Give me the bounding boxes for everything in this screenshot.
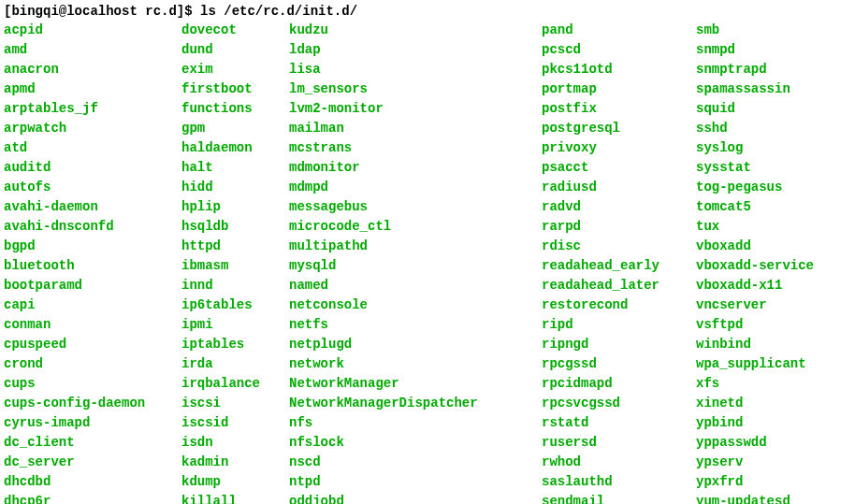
file-entry: rarpd	[542, 217, 696, 237]
file-entry: snmptrapd	[696, 60, 831, 79]
file-entry: mysqld	[289, 256, 542, 276]
file-entry: NetworkManagerDispatcher	[289, 394, 542, 413]
file-entry: rpcgssd	[542, 354, 696, 374]
file-entry: tog-pegasus	[696, 178, 831, 197]
file-entry: anacron	[4, 60, 181, 79]
file-entry: dc_client	[4, 433, 181, 453]
file-entry: nfslock	[289, 433, 542, 453]
file-entry: rpcidmapd	[542, 374, 696, 394]
file-entry: squid	[696, 99, 831, 119]
file-entry: cups-config-daemon	[4, 394, 181, 413]
file-entry: conman	[4, 315, 181, 335]
file-entry: rusersd	[542, 433, 696, 453]
file-entry: messagebus	[289, 197, 542, 217]
file-entry: postfix	[542, 99, 696, 119]
file-entry: netconsole	[289, 295, 542, 315]
file-entry: sysstat	[696, 158, 831, 178]
file-entry: irqbalance	[181, 374, 289, 394]
file-entry: vboxadd-service	[696, 256, 831, 276]
file-entry: wpa_supplicant	[696, 354, 831, 374]
file-entry: kdump	[181, 472, 289, 492]
file-entry: ntpd	[289, 472, 542, 492]
file-entry: dund	[181, 40, 289, 60]
file-entry: ripd	[542, 315, 696, 335]
file-entry: privoxy	[542, 138, 696, 158]
file-entry: httpd	[181, 237, 289, 256]
file-entry: NetworkManager	[289, 374, 542, 394]
file-entry: iscsid	[181, 413, 289, 433]
file-entry: lvm2-monitor	[289, 99, 542, 119]
file-entry: kadmin	[181, 453, 289, 472]
file-entry: pkcs11otd	[542, 60, 696, 79]
file-entry: ripngd	[542, 335, 696, 354]
file-entry: hplip	[181, 197, 289, 217]
file-entry: dhcp6r	[4, 492, 181, 504]
file-entry: iscsi	[181, 394, 289, 413]
file-entry: dc_server	[4, 453, 181, 472]
file-entry: auditd	[4, 158, 181, 178]
file-entry: mailman	[289, 119, 542, 138]
file-entry: sendmail	[542, 492, 696, 504]
listing-column-2: dovecotdundeximfirstbootfunctionsgpmhald…	[181, 21, 289, 504]
file-entry: psacct	[542, 158, 696, 178]
file-entry: saslauthd	[542, 472, 696, 492]
file-entry: cups	[4, 374, 181, 394]
file-entry: killall	[181, 492, 289, 504]
file-entry: atd	[4, 138, 181, 158]
file-entry: bgpd	[4, 237, 181, 256]
file-entry: avahi-daemon	[4, 197, 181, 217]
file-entry: netfs	[289, 315, 542, 335]
file-entry: mdmonitor	[289, 158, 542, 178]
file-entry: crond	[4, 354, 181, 374]
file-entry: pand	[542, 21, 696, 40]
file-entry: tomcat5	[696, 197, 831, 217]
file-entry: lisa	[289, 60, 542, 79]
file-entry: pcscd	[542, 40, 696, 60]
file-entry: xinetd	[696, 394, 831, 413]
listing-column-3: kudzuldaplisalm_sensorslvm2-monitormailm…	[289, 21, 542, 504]
file-entry: firstboot	[181, 79, 289, 99]
file-entry: bluetooth	[4, 256, 181, 276]
file-entry: exim	[181, 60, 289, 79]
file-entry: smb	[696, 21, 831, 40]
file-entry: restorecond	[542, 295, 696, 315]
file-entry: oddjobd	[289, 492, 542, 504]
prompt-command: ls /etc/rc.d/init.d/	[200, 4, 357, 19]
file-entry: ipmi	[181, 315, 289, 335]
file-entry: readahead_later	[542, 276, 696, 295]
file-entry: microcode_ctl	[289, 217, 542, 237]
file-entry: acpid	[4, 21, 181, 40]
file-entry: kudzu	[289, 21, 542, 40]
file-entry: hsqldb	[181, 217, 289, 237]
file-entry: functions	[181, 99, 289, 119]
file-entry: tux	[696, 217, 831, 237]
file-entry: mcstrans	[289, 138, 542, 158]
file-entry: arptables_jf	[4, 99, 181, 119]
file-entry: autofs	[4, 178, 181, 197]
file-entry: halt	[181, 158, 289, 178]
file-entry: snmpd	[696, 40, 831, 60]
file-entry: iptables	[181, 335, 289, 354]
file-entry: gpm	[181, 119, 289, 138]
file-entry: yum-updatesd	[696, 492, 831, 504]
file-entry: ypxfrd	[696, 472, 831, 492]
listing-column-1: acpidamdanacronapmdarptables_jfarpwatcha…	[4, 21, 181, 504]
file-entry: cyrus-imapd	[4, 413, 181, 433]
file-entry: isdn	[181, 433, 289, 453]
file-entry: radvd	[542, 197, 696, 217]
file-entry: radiusd	[542, 178, 696, 197]
file-entry: capi	[4, 295, 181, 315]
file-entry: rpcsvcgssd	[542, 394, 696, 413]
file-entry: irda	[181, 354, 289, 374]
file-entry: multipathd	[289, 237, 542, 256]
file-entry: haldaemon	[181, 138, 289, 158]
file-entry: vncserver	[696, 295, 831, 315]
file-entry: vboxadd	[696, 237, 831, 256]
file-entry: yppasswdd	[696, 433, 831, 453]
file-entry: amd	[4, 40, 181, 60]
file-entry: vsftpd	[696, 315, 831, 335]
file-entry: innd	[181, 276, 289, 295]
directory-listing: acpidamdanacronapmdarptables_jfarpwatcha…	[4, 21, 851, 504]
file-entry: readahead_early	[542, 256, 696, 276]
file-entry: avahi-dnsconfd	[4, 217, 181, 237]
